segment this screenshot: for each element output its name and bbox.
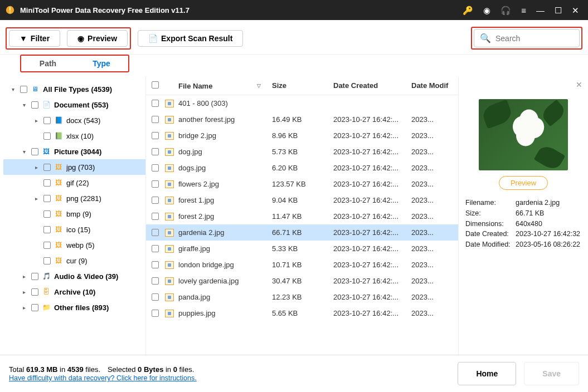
export-button[interactable]: 📄 Export Scan Result bbox=[138, 30, 243, 47]
tree-item[interactable]: ▸📘docx (543) bbox=[3, 112, 145, 128]
file-name: puppies.jpg bbox=[178, 309, 272, 317]
checkbox[interactable] bbox=[43, 179, 51, 187]
checkbox[interactable] bbox=[152, 293, 159, 301]
key-icon[interactable]: 🔑 bbox=[463, 6, 473, 14]
file-row[interactable]: panda.jpg12.23 KB2023-10-27 16:42:...202… bbox=[146, 289, 458, 305]
tree-item[interactable]: 🖼webp (5) bbox=[3, 237, 145, 253]
checkbox[interactable] bbox=[43, 117, 51, 124]
search-input[interactable] bbox=[495, 34, 574, 43]
file-row[interactable]: gardenia 2.jpg66.71 KB2023-10-27 16:42:.… bbox=[146, 224, 458, 241]
tree-item[interactable]: ▸🗄Archive (10) bbox=[3, 284, 145, 300]
file-name: panda.jpg bbox=[178, 293, 272, 301]
save-button[interactable]: Save bbox=[524, 362, 579, 385]
file-size: 11.47 KB bbox=[272, 212, 333, 220]
checkbox[interactable] bbox=[152, 116, 159, 123]
tab-type[interactable]: Type bbox=[75, 56, 128, 71]
checkbox[interactable] bbox=[152, 229, 159, 236]
tree-item[interactable]: 📗xlsx (10) bbox=[3, 128, 145, 144]
column-name[interactable]: File Name ▽ bbox=[178, 81, 272, 90]
checkbox[interactable] bbox=[152, 310, 159, 317]
file-row[interactable]: flowers 2.jpg123.57 KB2023-10-27 16:42:.… bbox=[146, 176, 458, 192]
checkbox[interactable] bbox=[43, 133, 51, 140]
file-row[interactable]: bridge 2.jpg8.96 KB2023-10-27 16:42:...2… bbox=[146, 128, 458, 144]
checkbox[interactable] bbox=[43, 195, 51, 202]
checkbox[interactable] bbox=[31, 304, 38, 311]
file-modified: 2023... bbox=[411, 228, 453, 237]
doc-icon: 📄 bbox=[42, 100, 51, 109]
tree-item[interactable]: 🖼bmp (9) bbox=[3, 206, 145, 222]
file-row[interactable]: dogs.jpg6.20 KB2023-10-27 16:42:...2023.… bbox=[146, 160, 458, 176]
file-row[interactable]: lovely gardenia.jpg30.47 KB2023-10-27 16… bbox=[146, 273, 458, 289]
tree-item[interactable]: ▾📄Document (553) bbox=[3, 97, 145, 112]
file-icon bbox=[165, 100, 174, 107]
checkbox[interactable] bbox=[152, 132, 159, 139]
file-row[interactable]: 401 - 800 (303) bbox=[146, 95, 458, 111]
close-icon[interactable]: ✕ bbox=[572, 6, 579, 14]
checkbox[interactable] bbox=[152, 100, 159, 107]
minimize-icon[interactable]: — bbox=[536, 6, 545, 14]
checkbox[interactable] bbox=[152, 148, 159, 155]
file-row[interactable]: puppies.jpg5.65 KB2023-10-27 16:42:...20… bbox=[146, 305, 458, 321]
chevron-icon[interactable]: ▸ bbox=[32, 164, 40, 170]
checkbox[interactable] bbox=[20, 86, 27, 93]
column-size[interactable]: Size bbox=[272, 81, 333, 90]
disc-icon[interactable]: ◉ bbox=[483, 6, 490, 14]
chevron-icon[interactable]: ▸ bbox=[20, 273, 28, 280]
chevron-icon[interactable]: ▸ bbox=[32, 195, 40, 202]
checkbox[interactable] bbox=[152, 197, 159, 204]
tree-item[interactable]: 🖼cur (9) bbox=[3, 253, 145, 268]
open-preview-button[interactable]: Preview bbox=[499, 176, 548, 190]
file-row[interactable]: dog.jpg5.73 KB2023-10-27 16:42:...2023..… bbox=[146, 144, 458, 160]
chevron-icon[interactable]: ▸ bbox=[32, 117, 40, 124]
tab-path[interactable]: Path bbox=[21, 56, 75, 71]
checkbox[interactable] bbox=[31, 273, 38, 280]
tree-item[interactable]: ▸🖼png (2281) bbox=[3, 190, 145, 206]
checkbox[interactable] bbox=[152, 261, 159, 268]
checkbox[interactable] bbox=[31, 101, 38, 109]
preview-button[interactable]: ◉ Preview bbox=[67, 30, 128, 47]
tree-item[interactable]: ▸📁Other files (893) bbox=[3, 300, 145, 315]
column-modified[interactable]: Date Modif bbox=[411, 81, 453, 90]
chevron-icon[interactable]: ▾ bbox=[9, 86, 17, 92]
file-row[interactable]: london bridge.jpg10.71 KB2023-10-27 16:4… bbox=[146, 257, 458, 273]
checkbox[interactable] bbox=[43, 257, 51, 264]
checkbox[interactable] bbox=[152, 180, 159, 188]
file-name: dogs.jpg bbox=[178, 164, 272, 172]
search-box[interactable]: 🔍 bbox=[474, 29, 580, 47]
checkbox[interactable] bbox=[152, 213, 159, 220]
file-row[interactable]: forest 1.jpg9.04 KB2023-10-27 16:42:...2… bbox=[146, 192, 458, 208]
checkbox[interactable] bbox=[152, 277, 159, 285]
help-link[interactable]: Have difficulty with data recovery? Clic… bbox=[9, 374, 197, 382]
checkbox[interactable] bbox=[43, 242, 51, 249]
meta-value: 2023-10-27 16:42:32 bbox=[516, 229, 581, 239]
checkbox[interactable] bbox=[43, 226, 51, 233]
checkbox[interactable] bbox=[31, 148, 38, 155]
checkbox[interactable] bbox=[43, 164, 51, 171]
tree-item[interactable]: ▸🖼jpg (703) bbox=[3, 159, 145, 175]
file-row[interactable]: giraffe.jpg5.33 KB2023-10-27 16:42:...20… bbox=[146, 241, 458, 257]
chevron-icon[interactable]: ▸ bbox=[20, 305, 28, 311]
checkbox[interactable] bbox=[31, 288, 38, 296]
tree-item[interactable]: 🖼ico (15) bbox=[3, 222, 145, 237]
column-created[interactable]: Date Created bbox=[333, 81, 411, 90]
support-icon[interactable]: 🎧 bbox=[500, 6, 511, 14]
tree-item[interactable]: ▾🖥All File Types (4539) bbox=[3, 81, 145, 97]
checkbox[interactable] bbox=[43, 210, 51, 218]
tree-item[interactable]: ▾🖼Picture (3044) bbox=[3, 144, 145, 159]
menu-icon[interactable]: ≡ bbox=[521, 6, 526, 14]
home-button[interactable]: Home bbox=[458, 362, 516, 385]
maximize-icon[interactable]: ☐ bbox=[555, 6, 562, 14]
tree-item[interactable]: 🖼gif (22) bbox=[3, 175, 145, 190]
filter-button[interactable]: ▼ Filter bbox=[9, 30, 60, 47]
preview-close-icon[interactable]: ✕ bbox=[576, 80, 582, 89]
chevron-icon[interactable]: ▾ bbox=[20, 102, 28, 108]
select-all-checkbox[interactable] bbox=[152, 81, 159, 89]
chevron-icon[interactable]: ▾ bbox=[20, 149, 28, 155]
file-row[interactable]: forest 2.jpg11.47 KB2023-10-27 16:42:...… bbox=[146, 208, 458, 224]
file-row[interactable]: another forest.jpg16.49 KB2023-10-27 16:… bbox=[146, 111, 458, 128]
checkbox[interactable] bbox=[152, 245, 159, 252]
chevron-icon[interactable]: ▸ bbox=[20, 289, 28, 295]
checkbox[interactable] bbox=[152, 164, 159, 171]
tree-item[interactable]: ▸🎵Audio & Video (39) bbox=[3, 268, 145, 284]
meta-row: Date Created:2023-10-27 16:42:32 bbox=[465, 229, 581, 239]
